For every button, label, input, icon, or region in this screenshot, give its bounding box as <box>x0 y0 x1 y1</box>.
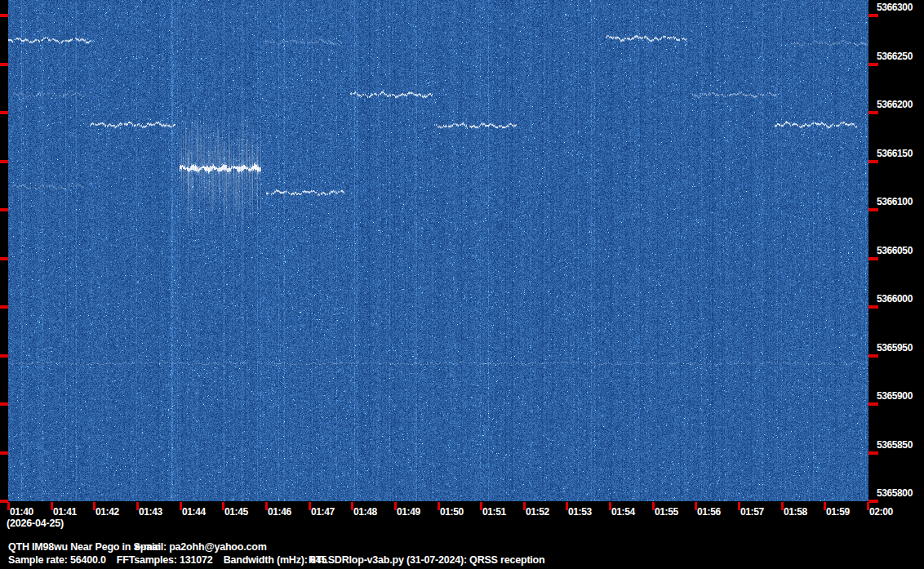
freq-tick <box>0 14 8 17</box>
time-label: 01:40 <box>10 506 33 518</box>
freq-tick <box>868 160 878 163</box>
freq-tick <box>868 500 878 503</box>
time-label: 01:51 <box>482 506 506 518</box>
freq-label: 5365850 <box>877 439 913 451</box>
time-label: 01:44 <box>182 506 206 518</box>
time-label: 01:56 <box>697 506 721 518</box>
qrss-waterfall-window: 5366300536625053662005366150536610053660… <box>0 0 924 569</box>
freq-tick <box>0 305 8 309</box>
freq-tick <box>868 305 878 309</box>
freq-label: 5366150 <box>877 148 913 159</box>
time-label: 01:42 <box>96 506 119 518</box>
freq-tick <box>868 257 878 260</box>
freq-tick <box>868 402 878 406</box>
freq-tick <box>0 111 8 114</box>
time-label: 01:41 <box>53 506 77 518</box>
freq-tick <box>0 63 8 66</box>
time-label: 02:00 <box>869 506 893 518</box>
freq-label: 5366100 <box>877 196 913 207</box>
time-label: 01:47 <box>311 506 335 518</box>
freq-label: 5366300 <box>877 2 913 13</box>
freq-label: 5366250 <box>877 51 913 62</box>
time-label: 01:43 <box>139 506 162 518</box>
freq-label: 5365900 <box>877 390 913 402</box>
freq-tick <box>0 160 8 163</box>
freq-tick <box>0 451 8 455</box>
freq-label: 5366050 <box>877 245 913 256</box>
time-label: 01:53 <box>568 506 592 518</box>
time-label: 01:58 <box>784 506 807 518</box>
time-label: 01:45 <box>224 506 248 518</box>
time-label: 01:52 <box>526 506 549 518</box>
freq-tick <box>868 111 878 114</box>
freq-tick <box>0 402 8 406</box>
time-label: 01:50 <box>440 506 464 518</box>
freq-tick <box>868 14 878 17</box>
date-annotation: (2026-04-25) <box>7 518 64 529</box>
time-label: 01:54 <box>611 506 635 518</box>
email-info: e-mail: pa2ohh@yahoo.com <box>135 541 267 553</box>
time-label: 01:49 <box>397 506 420 518</box>
freq-tick <box>0 208 8 211</box>
time-label: 01:57 <box>740 506 764 518</box>
time-label: 01:48 <box>353 506 377 518</box>
time-label: 01:46 <box>268 506 291 518</box>
freq-tick <box>868 208 878 211</box>
time-label: 01:59 <box>826 506 850 518</box>
program-info: RTLSDRlop-v3ab.py (31-07-2024): QRSS rec… <box>309 554 544 566</box>
freq-label: 5365950 <box>877 342 913 353</box>
freq-label: 5366000 <box>877 293 913 305</box>
capture-settings: Sample rate: 56400.0 FFTsamples: 131072 … <box>8 554 327 566</box>
freq-tick <box>868 354 878 358</box>
freq-tick <box>868 451 878 455</box>
spectrogram-canvas <box>8 0 868 501</box>
freq-label: 5365800 <box>877 487 913 499</box>
freq-tick <box>0 354 8 358</box>
freq-tick <box>868 63 878 66</box>
freq-tick <box>0 257 8 260</box>
time-label: 01:55 <box>655 506 678 518</box>
freq-label: 5366200 <box>877 99 913 110</box>
